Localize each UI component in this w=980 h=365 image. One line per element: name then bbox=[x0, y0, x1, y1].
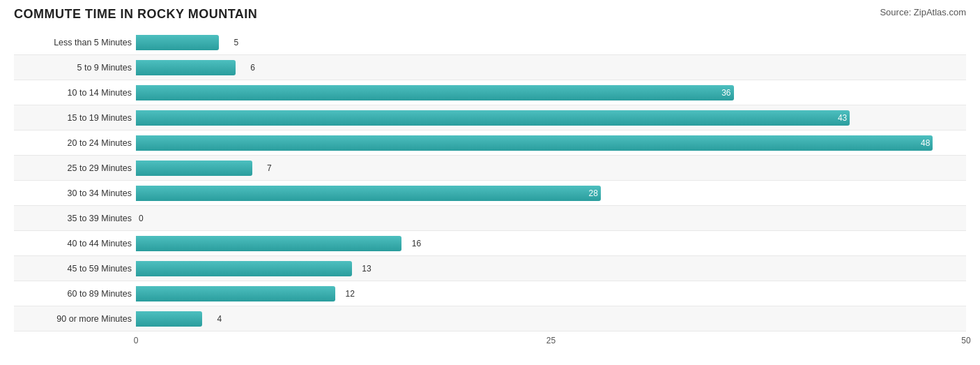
bar-label: 35 to 39 Minutes bbox=[14, 214, 136, 223]
bar-label: 20 to 24 Minutes bbox=[14, 138, 136, 148]
bar-container: 43 bbox=[136, 110, 966, 126]
chart-title: COMMUTE TIME IN ROCKY MOUNTAIN bbox=[14, 7, 257, 22]
bar-label: 5 to 9 Minutes bbox=[14, 63, 136, 73]
bar-container: 13 bbox=[136, 261, 966, 276]
bar: 5 bbox=[136, 35, 219, 50]
bar-value-zero: 0 bbox=[139, 214, 144, 223]
bar-value: 6 bbox=[250, 63, 255, 73]
bar-container: 7 bbox=[136, 161, 966, 176]
bar: 4 bbox=[136, 311, 202, 327]
bar-label: 15 to 19 Minutes bbox=[14, 113, 136, 123]
table-row: 25 to 29 Minutes7 bbox=[14, 156, 966, 181]
bar-label: 10 to 14 Minutes bbox=[14, 88, 136, 98]
bar-value: 13 bbox=[362, 264, 371, 274]
bar-label: 25 to 29 Minutes bbox=[14, 163, 136, 173]
bar: 28 bbox=[136, 186, 601, 201]
table-row: 45 to 59 Minutes13 bbox=[14, 256, 966, 281]
bar: 13 bbox=[136, 261, 352, 276]
table-row: 20 to 24 Minutes48 bbox=[14, 131, 966, 156]
table-row: 60 to 89 Minutes12 bbox=[14, 281, 966, 306]
bar-container: 0 bbox=[136, 211, 966, 226]
bar-label: 90 or more Minutes bbox=[14, 314, 136, 324]
bar: 48 bbox=[136, 135, 933, 151]
bar-value: 5 bbox=[233, 38, 238, 47]
bar-label: 45 to 59 Minutes bbox=[14, 264, 136, 274]
chart-header: COMMUTE TIME IN ROCKY MOUNTAIN Source: Z… bbox=[14, 7, 966, 22]
bar-value: 28 bbox=[589, 188, 598, 198]
bar: 7 bbox=[136, 161, 252, 176]
bar-value: 7 bbox=[267, 163, 272, 173]
bar-value: 4 bbox=[217, 314, 222, 324]
bar-container: 6 bbox=[136, 60, 966, 75]
bar: 12 bbox=[136, 286, 335, 301]
bar-container: 4 bbox=[136, 311, 966, 327]
bar: 43 bbox=[136, 110, 850, 126]
bar-value: 16 bbox=[412, 239, 421, 248]
bar: 16 bbox=[136, 236, 401, 251]
table-row: 15 to 19 Minutes43 bbox=[14, 105, 966, 131]
table-row: 30 to 34 Minutes28 bbox=[14, 181, 966, 206]
bar-value: 43 bbox=[838, 113, 847, 123]
bar-value: 36 bbox=[721, 88, 730, 98]
bar-container: 5 bbox=[136, 35, 966, 50]
bar-container: 28 bbox=[136, 186, 966, 201]
bar-label: Less than 5 Minutes bbox=[14, 38, 136, 47]
x-tick: 50 bbox=[961, 336, 970, 345]
x-axis: 02550 bbox=[136, 336, 966, 350]
x-tick: 0 bbox=[134, 336, 139, 345]
bar-label: 30 to 34 Minutes bbox=[14, 188, 136, 198]
bar-label: 40 to 44 Minutes bbox=[14, 239, 136, 248]
bar: 36 bbox=[136, 85, 734, 100]
table-row: 10 to 14 Minutes36 bbox=[14, 80, 966, 105]
source-label: Source: ZipAtlas.com bbox=[880, 7, 966, 17]
chart-area: Less than 5 Minutes55 to 9 Minutes610 to… bbox=[14, 30, 966, 350]
bar-value: 12 bbox=[345, 289, 354, 299]
table-row: 35 to 39 Minutes0 bbox=[14, 206, 966, 231]
bar-container: 36 bbox=[136, 85, 966, 100]
bar-value: 48 bbox=[921, 138, 930, 148]
bar-container: 12 bbox=[136, 286, 966, 301]
bar-container: 48 bbox=[136, 135, 966, 151]
bar-container: 16 bbox=[136, 236, 966, 251]
table-row: Less than 5 Minutes5 bbox=[14, 30, 966, 55]
table-row: 5 to 9 Minutes6 bbox=[14, 55, 966, 80]
table-row: 40 to 44 Minutes16 bbox=[14, 231, 966, 256]
bar: 6 bbox=[136, 60, 236, 75]
bar-label: 60 to 89 Minutes bbox=[14, 289, 136, 299]
x-tick: 25 bbox=[546, 336, 556, 345]
table-row: 90 or more Minutes4 bbox=[14, 306, 966, 332]
